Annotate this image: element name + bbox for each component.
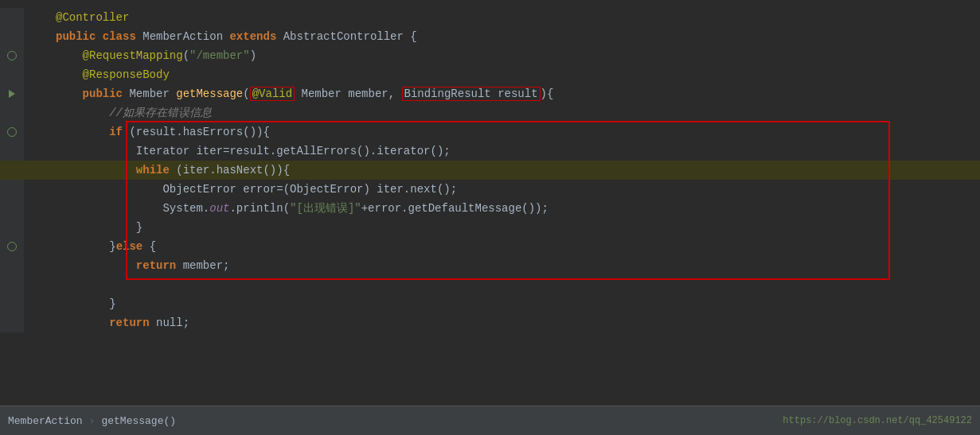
status-method: getMessage() xyxy=(101,415,176,427)
line-content xyxy=(24,275,980,294)
breakpoint-icon[interactable] xyxy=(7,127,17,137)
current-line-arrow xyxy=(9,90,15,98)
status-bar: MemberAction › getMessage() https://blog… xyxy=(0,406,980,435)
line-gutter xyxy=(0,180,24,199)
code-line: }else { xyxy=(0,237,980,256)
code-line: return null; xyxy=(0,313,980,332)
code-line: System.out.println("[出现错误]"+error.getDef… xyxy=(0,199,980,218)
status-url: https://blog.csdn.net/qq_42549122 xyxy=(783,415,972,426)
line-content: System.out.println("[出现错误]"+error.getDef… xyxy=(24,199,980,218)
line-content: ObjectError error=(ObjectError) iter.nex… xyxy=(24,180,980,199)
line-gutter xyxy=(0,199,24,218)
line-gutter xyxy=(0,218,24,237)
line-content: public class MemberAction extends Abstra… xyxy=(24,27,980,46)
line-content: @RequestMapping("/member") xyxy=(24,46,980,65)
code-line xyxy=(0,275,980,294)
line-gutter xyxy=(0,122,24,142)
code-line: } xyxy=(0,294,980,313)
line-gutter xyxy=(0,142,24,161)
line-gutter xyxy=(0,294,24,313)
code-line: return member; xyxy=(0,256,980,275)
breakpoint-icon[interactable] xyxy=(7,242,17,251)
line-gutter xyxy=(0,27,24,46)
code-line: @Controller xyxy=(0,8,980,27)
code-line: public class MemberAction extends Abstra… xyxy=(0,27,980,46)
code-editor: @Controller public class MemberAction ex… xyxy=(0,0,980,406)
status-class: MemberAction xyxy=(8,415,83,427)
code-line: ObjectError error=(ObjectError) iter.nex… xyxy=(0,180,980,199)
code-line: public Member getMessage(@Valid Member m… xyxy=(0,84,980,103)
line-content: Iterator iter=result.getAllErrors().iter… xyxy=(24,142,980,161)
line-gutter xyxy=(0,103,24,122)
line-gutter xyxy=(0,161,24,180)
line-content: }else { xyxy=(24,237,980,256)
line-content: } xyxy=(24,218,980,237)
line-content: return null; xyxy=(24,313,980,332)
line-gutter xyxy=(0,8,24,27)
code-line: //如果存在错误信息 xyxy=(0,103,980,122)
line-content: return member; xyxy=(24,256,980,275)
line-content: //如果存在错误信息 xyxy=(24,103,980,122)
code-line: if (result.hasErrors()){ xyxy=(0,122,980,142)
line-gutter xyxy=(0,65,24,84)
line-content: } xyxy=(24,294,980,313)
line-content: public Member getMessage(@Valid Member m… xyxy=(24,84,980,103)
code-line: @ResponseBody xyxy=(0,65,980,84)
code-line: @RequestMapping("/member") xyxy=(0,46,980,65)
line-gutter xyxy=(0,275,24,294)
line-content: if (result.hasErrors()){ xyxy=(24,122,980,142)
line-gutter xyxy=(0,46,24,65)
code-line: while (iter.hasNext()){ xyxy=(0,161,980,180)
code-line: Iterator iter=result.getAllErrors().iter… xyxy=(0,142,980,161)
line-content: @ResponseBody xyxy=(24,65,980,84)
line-gutter xyxy=(0,84,24,103)
line-gutter xyxy=(0,237,24,256)
code-line: } xyxy=(0,218,980,237)
line-content: while (iter.hasNext()){ xyxy=(24,161,980,180)
line-content: @Controller xyxy=(24,8,980,27)
breakpoint-icon[interactable] xyxy=(7,51,17,60)
line-gutter xyxy=(0,256,24,275)
line-gutter xyxy=(0,313,24,332)
